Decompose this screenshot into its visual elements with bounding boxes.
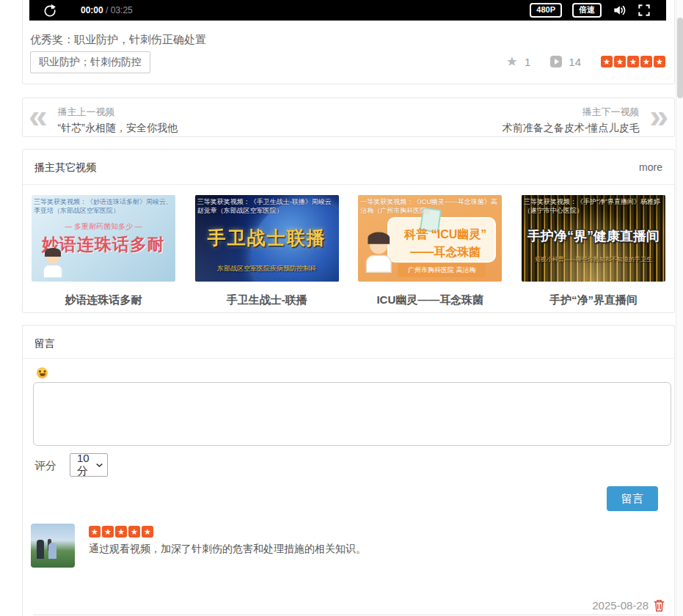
page-title: 优秀奖：职业防护，针刺伤正确处置 xyxy=(30,33,206,47)
player-nav-panel: « 播主上一视频 “针芯”永相随，安全你我他 播主下一视频 术前准备之备皮术-懂… xyxy=(22,98,675,137)
thumbnail-subtitle: — 多重耐药菌知多少 — xyxy=(32,221,175,232)
thumbnail-banner: 广州市胸科医院 高洁梅 xyxy=(398,263,486,277)
video-card-list: 三等奖获奖视频：《妙语连珠话多耐》周峻云、李亚培（东部战区空军医院） — 多重耐… xyxy=(32,195,665,307)
chevron-down-icon xyxy=(96,463,103,468)
star-icon: ★ xyxy=(601,56,613,67)
section-heading: 播主其它视频 xyxy=(34,161,96,175)
chevron-right-icon: » xyxy=(649,101,668,135)
video-card[interactable]: 三等奖获奖视频：《妙语连珠话多耐》周峻云、李亚培（东部战区空军医院） — 多重耐… xyxy=(32,195,175,307)
thumbnail-caption: 三等奖获奖视频：《手护“净”界直播间》杨雅婷（遂宁市中心医院） xyxy=(524,197,663,215)
star-icon: ★ xyxy=(89,526,101,538)
emoji-picker-icon[interactable] xyxy=(37,367,48,378)
divider xyxy=(33,615,664,615)
star-icon: ★ xyxy=(614,56,626,67)
fullscreen-icon[interactable] xyxy=(637,3,651,18)
thumbnail-title: 手护净“界”健康直播间 xyxy=(522,227,665,245)
other-videos-panel: 播主其它视频 more 三等奖获奖视频：《妙语连珠话多耐》周峻云、李亚培（东部战… xyxy=(22,149,675,313)
time-separator: / xyxy=(106,5,108,15)
thumbnail-subtitle: 短视小科普——聊些你熟知和不知道的手卫生 xyxy=(522,255,665,263)
score-value: 10分 xyxy=(77,452,96,478)
avatar xyxy=(31,524,75,568)
thumbnail-title: 手卫战士联播 xyxy=(195,226,339,250)
score-select[interactable]: 10分 xyxy=(70,453,108,477)
next-video-label: 播主下一视频 xyxy=(503,106,640,119)
comments-panel: 留言 评分 10分 留言 ★★★★★ 通过观看视频，加深了针刺伤的危害和处理措施… xyxy=(22,325,675,616)
scrollbar-thumb[interactable] xyxy=(677,18,683,98)
next-video-title: 术前准备之备皮术-懂点儿皮毛 xyxy=(503,122,640,135)
play-count: 14 xyxy=(569,56,581,68)
quality-button[interactable]: 480P xyxy=(530,3,562,17)
comment-text: 通过观看视频，加深了针刺伤的危害和处理措施的相关知识。 xyxy=(89,543,366,556)
trash-icon[interactable] xyxy=(653,598,665,612)
star-icon: ★ xyxy=(654,56,665,67)
star-icon: ★ xyxy=(142,526,153,538)
next-video-link[interactable]: 播主下一视频 术前准备之备皮术-懂点儿皮毛 » xyxy=(503,101,668,135)
score-label: 评分 xyxy=(34,459,56,473)
volume-icon[interactable] xyxy=(612,3,627,18)
time-display: 00:00 / 03:25 xyxy=(81,5,133,15)
star-icon: ★ xyxy=(102,526,114,538)
submit-comment-button[interactable]: 留言 xyxy=(607,486,658,511)
video-card[interactable]: 一等奖获奖视频：《ICU幽灵——耳念珠菌》高洁梅（广州市胸科医院） 科普 “IC… xyxy=(358,195,502,307)
star-icon: ★ xyxy=(115,526,127,538)
video-card[interactable]: 三等奖获奖视频：《手护“净”界直播间》杨雅婷（遂宁市中心医院） 手护净“界”健康… xyxy=(522,195,665,307)
doctor-figure xyxy=(42,251,64,280)
video-card-title[interactable]: 手护“净”界直播间 xyxy=(522,293,665,307)
thumbnail-caption: 一等奖获奖视频：《ICU幽灵——耳念珠菌》高洁梅（广州市胸科医院） xyxy=(360,197,500,215)
favorite-count: 1 xyxy=(525,56,530,68)
video-thumbnail[interactable]: 一等奖获奖视频：《ICU幽灵——耳念珠菌》高洁梅（广州市胸科医院） 科普 “IC… xyxy=(358,195,502,282)
doctor-figure xyxy=(364,236,394,276)
video-player-controls: 00:00 / 03:25 480P 倍速 xyxy=(29,0,666,21)
prev-video-title: “针芯”永相随，安全你我他 xyxy=(58,122,178,135)
more-link[interactable]: more xyxy=(639,161,662,173)
video-thumbnail[interactable]: 三等奖获奖视频：《妙语连珠话多耐》周峻云、李亚培（东部战区空军医院） — 多重耐… xyxy=(32,195,175,282)
scrollbar[interactable] xyxy=(676,0,683,616)
star-icon: ★ xyxy=(627,56,639,67)
chevron-left-icon: « xyxy=(29,101,48,135)
star-icon: ★ xyxy=(640,56,652,67)
video-card-title[interactable]: ICU幽灵——耳念珠菌 xyxy=(358,293,502,307)
prev-video-link[interactable]: « 播主上一视频 “针芯”永相随，安全你我他 xyxy=(29,101,178,135)
current-time: 00:00 xyxy=(81,5,103,15)
replay-icon[interactable] xyxy=(43,3,57,18)
comment-input[interactable] xyxy=(33,382,671,446)
comment-rating-stars: ★★★★★ xyxy=(89,526,153,538)
thumbnail-caption: 三等奖获奖视频：《手卫生战士-联播》周峻云 赵觉章（东部战区空军医院） xyxy=(197,197,337,215)
comments-heading: 留言 xyxy=(34,337,55,351)
duration: 03:25 xyxy=(111,5,133,15)
divider xyxy=(23,358,674,359)
prev-video-label: 播主上一视频 xyxy=(58,106,178,119)
thumbnail-caption: 三等奖获奖视频：《妙语连珠话多耐》周峻云、李亚培（东部战区空军医院） xyxy=(34,197,173,215)
star-icon: ★ xyxy=(128,526,140,538)
video-thumbnail[interactable]: 三等奖获奖视频：《手卫生战士-联播》周峻云 赵觉章（东部战区空军医院） 手卫战士… xyxy=(195,195,339,282)
video-tag[interactable]: 职业防护；针刺伤防控 xyxy=(30,51,150,73)
video-stats: ★ 1 14 ★★★★★ xyxy=(506,55,665,68)
favorite-icon[interactable]: ★ xyxy=(506,55,518,68)
thumbnail-title: 科普 “ICU幽灵” ——耳念珠菌 xyxy=(396,226,494,261)
divider xyxy=(23,184,674,185)
video-rating-stars[interactable]: ★★★★★ xyxy=(601,56,665,67)
video-card-title[interactable]: 手卫生战士-联播 xyxy=(195,293,339,307)
speed-button[interactable]: 倍速 xyxy=(572,3,602,17)
thumbnail-subtitle: 东部战区空军医院疾病预防控制科 xyxy=(195,264,339,274)
comment-date: 2025-08-28 xyxy=(592,599,649,612)
comment-meta: 2025-08-28 xyxy=(592,598,665,612)
play-count-icon xyxy=(550,56,562,67)
video-card[interactable]: 三等奖获奖视频：《手卫生战士-联播》周峻云 赵觉章（东部战区空军医院） 手卫战士… xyxy=(195,195,339,307)
video-card-title[interactable]: 妙语连珠话多耐 xyxy=(32,293,175,307)
video-thumbnail[interactable]: 三等奖获奖视频：《手护“净”界直播间》杨雅婷（遂宁市中心医院） 手护净“界”健康… xyxy=(522,195,665,282)
